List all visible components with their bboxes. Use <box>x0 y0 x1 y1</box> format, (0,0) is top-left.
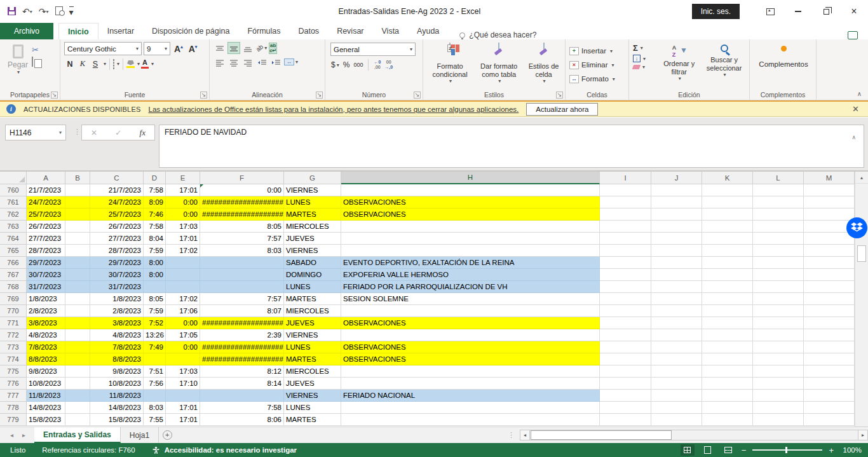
column-header-L[interactable]: L <box>753 172 804 184</box>
vertical-scroll-thumb[interactable] <box>857 245 866 262</box>
cell-H778[interactable] <box>341 402 600 414</box>
cell-E771[interactable]: 0:00 <box>166 317 200 329</box>
cell-I779[interactable] <box>600 414 651 426</box>
cell-G763[interactable]: MIERCOLES <box>284 221 341 233</box>
cell-H779[interactable] <box>341 414 600 426</box>
cell-D775[interactable]: 7:51 <box>144 365 166 378</box>
cell-G772[interactable]: VIERNES <box>284 329 341 341</box>
cell-C762[interactable]: 25/7/2023 <box>90 208 144 221</box>
cell-E770[interactable]: 17:06 <box>166 305 200 317</box>
cell-E776[interactable]: 17:10 <box>166 378 200 390</box>
cell-G771[interactable]: JUEVES <box>284 317 341 329</box>
cell-K775[interactable] <box>702 365 753 378</box>
cell-K764[interactable] <box>702 233 753 245</box>
tab-inicio[interactable]: Inicio <box>58 23 98 39</box>
cell-A766[interactable]: 29/7/2023 <box>27 257 65 269</box>
formula-bar-splitter[interactable]: ⋮ <box>74 128 81 136</box>
cell-D762[interactable]: 7:46 <box>144 208 166 221</box>
cell-K770[interactable] <box>702 305 753 317</box>
cell-B776[interactable] <box>65 378 90 390</box>
cell-I761[interactable] <box>600 196 651 208</box>
row-header-770[interactable]: 770 <box>0 305 27 317</box>
cell-K765[interactable] <box>702 245 753 257</box>
normal-view-icon[interactable] <box>681 444 695 456</box>
cell-L762[interactable] <box>753 208 804 221</box>
copy-icon[interactable] <box>32 57 39 66</box>
cell-B770[interactable] <box>65 305 90 317</box>
cell-I776[interactable] <box>600 378 651 390</box>
column-header-B[interactable]: B <box>65 172 90 184</box>
cell-F772[interactable]: 2:39 <box>200 329 284 341</box>
cell-L767[interactable] <box>753 269 804 281</box>
cell-C763[interactable]: 26/7/2023 <box>90 221 144 233</box>
cell-H763[interactable] <box>341 221 600 233</box>
cell-C772[interactable]: 4/8/2023 <box>90 329 144 341</box>
cell-D778[interactable]: 8:03 <box>144 402 166 414</box>
cell-I762[interactable] <box>600 208 651 221</box>
borders-icon[interactable] <box>113 60 114 69</box>
insert-cells-button[interactable]: + Insertar ▾ <box>569 44 626 58</box>
cell-A775[interactable]: 9/8/2023 <box>27 365 65 378</box>
cell-F776[interactable]: 8:14 <box>200 378 284 390</box>
cell-B771[interactable] <box>65 317 90 329</box>
autosum-icon[interactable]: Σ▾ <box>633 43 656 53</box>
fill-color-icon[interactable] <box>126 60 135 68</box>
cell-J778[interactable] <box>651 402 702 414</box>
cell-G767[interactable]: DOMINGO <box>284 269 341 281</box>
cell-F777[interactable] <box>200 390 284 402</box>
cell-M764[interactable] <box>804 233 855 245</box>
cell-E762[interactable]: 0:00 <box>166 208 200 221</box>
cell-D760[interactable]: 7:58 <box>144 184 166 196</box>
tell-me-box[interactable]: ¿Qué desea hacer? <box>459 31 536 39</box>
cell-J775[interactable] <box>651 365 702 378</box>
zoom-level[interactable]: 100% <box>840 446 862 454</box>
collapse-ribbon-icon[interactable]: ∧ <box>857 90 862 97</box>
styles-dialog-launcher-icon[interactable]: ↘ <box>556 92 563 99</box>
cell-L768[interactable] <box>753 281 804 293</box>
cell-C760[interactable]: 21/7/2023 <box>90 184 144 196</box>
cell-E768[interactable] <box>166 281 200 293</box>
cell-B761[interactable] <box>65 196 90 208</box>
cell-H767[interactable]: EXPOFERIA VALLE HERMOSO <box>341 269 600 281</box>
cell-F764[interactable]: 7:57 <box>200 233 284 245</box>
cell-M762[interactable] <box>804 208 855 221</box>
merge-center-icon[interactable]: ↔▾ <box>283 58 299 66</box>
cell-J764[interactable] <box>651 233 702 245</box>
cell-B773[interactable] <box>65 341 90 353</box>
cell-A778[interactable]: 14/8/2023 <box>27 402 65 414</box>
cell-M770[interactable] <box>804 305 855 317</box>
cell-K766[interactable] <box>702 257 753 269</box>
cell-D768[interactable] <box>144 281 166 293</box>
cell-M776[interactable] <box>804 378 855 390</box>
collapse-formula-bar-icon[interactable]: ∧ <box>851 134 856 140</box>
cell-M771[interactable] <box>804 317 855 329</box>
row-header-765[interactable]: 765 <box>0 245 27 257</box>
align-center-icon[interactable] <box>227 56 240 68</box>
row-header-772[interactable]: 772 <box>0 329 27 341</box>
cut-icon[interactable]: ✂ <box>32 45 39 55</box>
cell-C767[interactable]: 30/7/2023 <box>90 269 144 281</box>
cell-E775[interactable]: 17:03 <box>166 365 200 378</box>
align-right-icon[interactable] <box>241 56 254 68</box>
cell-F774[interactable]: #################### <box>200 353 284 365</box>
cell-H760[interactable] <box>341 184 600 196</box>
cell-L766[interactable] <box>753 257 804 269</box>
cell-J770[interactable] <box>651 305 702 317</box>
cell-E769[interactable]: 17:02 <box>166 293 200 305</box>
cell-E777[interactable] <box>166 390 200 402</box>
italic-button[interactable]: K <box>77 58 88 70</box>
font-size-combo[interactable]: 9 ▾ <box>144 42 170 55</box>
clipboard-dialog-launcher-icon[interactable]: ↘ <box>51 92 58 99</box>
cell-H772[interactable] <box>341 329 600 341</box>
cell-L771[interactable] <box>753 317 804 329</box>
vertical-scrollbar[interactable]: ▴ <box>855 172 868 426</box>
cell-M775[interactable] <box>804 365 855 378</box>
column-header-J[interactable]: J <box>651 172 702 184</box>
cell-M779[interactable] <box>804 414 855 426</box>
close-icon[interactable]: × <box>840 0 868 23</box>
cell-B779[interactable] <box>65 414 90 426</box>
scroll-up-icon[interactable]: ▴ <box>855 172 868 184</box>
name-box[interactable]: H1146 ▾ <box>5 125 66 140</box>
cell-A777[interactable]: 11/8/2023 <box>27 390 65 402</box>
cell-A769[interactable]: 1/8/2023 <box>27 293 65 305</box>
